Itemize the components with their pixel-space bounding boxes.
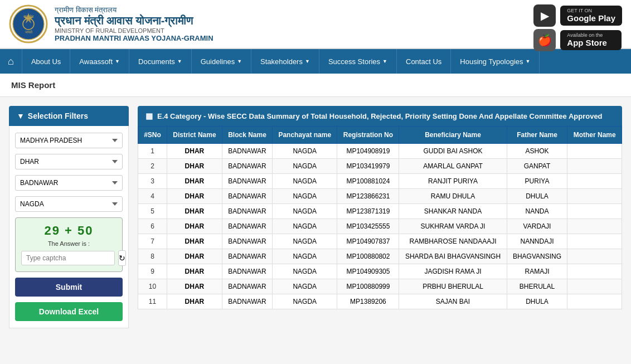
cell-sno: 9 (138, 264, 167, 279)
table-row: 6 DHAR BADNAWAR NAGDA MP103425555 SUKHRA… (138, 219, 622, 234)
cell-beneficiary: JAGDISH RAMA JI (399, 264, 507, 279)
table-row: 10 DHAR BADNAWAR NAGDA MP100880999 PRBHU… (138, 279, 622, 294)
cell-registration: MP103419979 (337, 159, 399, 174)
nav-housing-typologies[interactable]: Housing Typologies (451, 49, 540, 74)
mis-report-bar: MIS Report (0, 74, 631, 97)
table-row: 5 DHAR BADNAWAR NAGDA MP123871319 SHANKA… (138, 204, 622, 219)
google-play-button[interactable]: GET IT ON Google Play (560, 6, 622, 26)
cell-beneficiary: AMARLAL GANPAT (399, 159, 507, 174)
table-row: 3 DHAR BADNAWAR NAGDA MP100881024 RANJIT… (138, 174, 622, 189)
cell-sno: 6 (138, 219, 167, 234)
table-row: 1 DHAR BADNAWAR NAGDA MP104908919 GUDDI … (138, 144, 622, 159)
app-store-line1: Available on the (567, 32, 615, 38)
cell-father: GANPAT (507, 159, 567, 174)
cell-father: DHULA (507, 294, 567, 309)
title-english: PRADHAN MANTRI AWAAS YOJANA-GRAMIN (55, 34, 213, 42)
google-play-row[interactable]: ▶ GET IT ON Google Play (533, 4, 622, 27)
cell-beneficiary: SHARDA BAI BHAGVANSINGH (399, 249, 507, 264)
nav-about-us[interactable]: About Us (22, 49, 70, 74)
cell-panchayat: NAGDA (273, 219, 337, 234)
cell-mother (567, 294, 622, 309)
captcha-equation: 29 + 50 (21, 224, 117, 238)
table-row: 9 DHAR BADNAWAR NAGDA MP104909305 JAGDIS… (138, 264, 622, 279)
sidebar-body: MADHYA PRADESH DHAR BADNAWAR NAGDA 29 + … (9, 126, 129, 328)
cell-beneficiary: RAMBHAROSE NANDAAAJI (399, 234, 507, 249)
cell-father: PURIYA (507, 174, 567, 189)
cell-sno: 8 (138, 249, 167, 264)
cell-beneficiary: RANJIT PURIYA (399, 174, 507, 189)
state-dropdown[interactable]: MADHYA PRADESH (15, 133, 123, 148)
header-text: ग्रामीण विकास मंत्रालय प्रधान मंत्री आवा… (55, 6, 213, 42)
cell-district: DHAR (167, 264, 222, 279)
nav-guidelines[interactable]: Guidelines (192, 49, 251, 74)
captcha-answer-label: The Answer is : (21, 240, 117, 247)
cell-panchayat: NAGDA (273, 159, 337, 174)
nav-success-stories[interactable]: Success Stories (319, 49, 397, 74)
cell-mother (567, 219, 622, 234)
cell-father: VARDAJI (507, 219, 567, 234)
cell-sno: 5 (138, 204, 167, 219)
cell-registration: MP104909305 (337, 264, 399, 279)
cell-registration: MP104907837 (337, 234, 399, 249)
cell-beneficiary: SUKHRAM VARDA JI (399, 219, 507, 234)
col-panchayat: Panchayat name (273, 127, 337, 144)
panchayat-dropdown[interactable]: NAGDA (15, 196, 123, 212)
cell-sno: 7 (138, 234, 167, 249)
ministry-english: MINISTRY OF RURAL DEVELOPMENT (55, 27, 213, 34)
cell-registration: MP1389206 (337, 294, 399, 309)
cell-mother (567, 234, 622, 249)
col-block: Block Name (222, 127, 272, 144)
cell-mother (567, 264, 622, 279)
nav-documents[interactable]: Documents (129, 49, 192, 74)
block-dropdown[interactable]: BADNAWAR (15, 175, 123, 191)
app-store-button[interactable]: Available on the App Store (560, 30, 622, 51)
table-row: 7 DHAR BADNAWAR NAGDA MP104907837 RAMBHA… (138, 234, 622, 249)
submit-button[interactable]: Submit (15, 278, 123, 297)
cell-district: DHAR (167, 159, 222, 174)
cell-sno: 4 (138, 189, 167, 204)
cell-block: BADNAWAR (222, 204, 272, 219)
cell-district: DHAR (167, 174, 222, 189)
nav-stakeholders[interactable]: Stakeholders (251, 49, 319, 74)
app-store-row[interactable]: 🍎 Available on the App Store (533, 29, 622, 51)
cell-block: BADNAWAR (222, 144, 272, 159)
cell-block: BADNAWAR (222, 249, 272, 264)
cell-panchayat: NAGDA (273, 279, 337, 294)
app-store-label: App Store (567, 38, 615, 48)
cell-registration: MP100880999 (337, 279, 399, 294)
cell-father: NANNDAJI (507, 234, 567, 249)
main-nav: ⌂ About Us Awaassoft Documents Guideline… (0, 49, 631, 74)
cell-panchayat: NAGDA (273, 204, 337, 219)
cell-father: RAMAJI (507, 264, 567, 279)
table-area: ▦ E.4 Category - Wise SECC Data Summary … (138, 106, 622, 328)
cell-registration: MP100881024 (337, 174, 399, 189)
nav-home[interactable]: ⌂ (0, 49, 22, 74)
cell-mother (567, 279, 622, 294)
cell-registration: MP123871319 (337, 204, 399, 219)
cell-father: DHULA (507, 189, 567, 204)
sidebar: ▼ Selection Filters MADHYA PRADESH DHAR … (9, 106, 129, 328)
captcha-refresh-button[interactable]: ↻ (118, 250, 126, 266)
download-excel-button[interactable]: Download Excel (15, 302, 123, 321)
cell-district: DHAR (167, 249, 222, 264)
nav-awaassoft[interactable]: Awaassoft (70, 49, 129, 74)
cell-mother (567, 174, 622, 189)
site-logo: सत्यमेव जयते (9, 4, 48, 43)
cell-panchayat: NAGDA (273, 144, 337, 159)
svg-text:जयते: जयते (25, 30, 33, 34)
table-icon: ▦ (145, 111, 153, 120)
captcha-input[interactable] (21, 251, 115, 265)
cell-sno: 3 (138, 174, 167, 189)
cell-sno: 11 (138, 294, 167, 309)
col-beneficiary: Beneficiary Name (399, 127, 507, 144)
cell-mother (567, 144, 622, 159)
col-district: District Name (167, 127, 222, 144)
district-dropdown[interactable]: DHAR (15, 154, 123, 169)
cell-sno: 10 (138, 279, 167, 294)
selection-filters-header: ▼ Selection Filters (9, 106, 129, 126)
google-play-line1: GET IT ON (567, 8, 615, 14)
cell-registration: MP100880802 (337, 249, 399, 264)
nav-contact-us[interactable]: Contact Us (397, 49, 451, 74)
cell-panchayat: NAGDA (273, 294, 337, 309)
table-row: 4 DHAR BADNAWAR NAGDA MP123866231 RAMU D… (138, 189, 622, 204)
